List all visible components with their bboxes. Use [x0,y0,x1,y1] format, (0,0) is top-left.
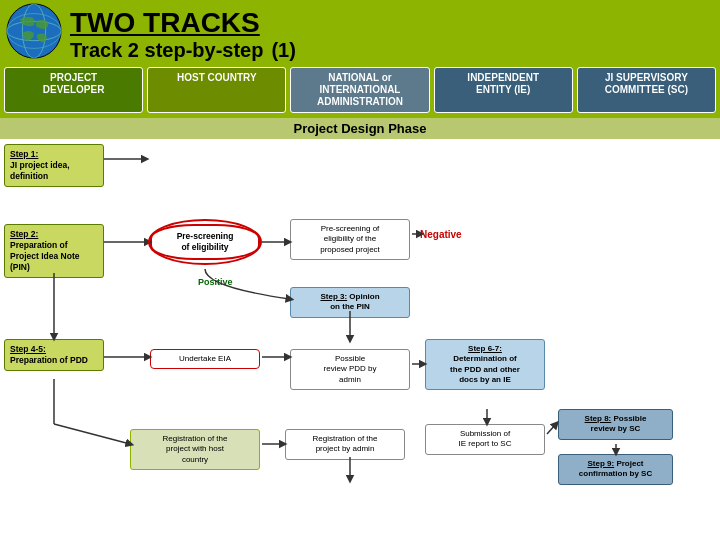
positive-label: Positive [198,277,233,287]
step2-box: Step 2: Preparation of Project Idea Note… [4,224,104,278]
possible-review-pdd-box: Possiblereview PDD byadmin [290,349,410,390]
submission-ie-text: Submission ofIE report to SC [459,429,512,448]
step67-label: Step 6-7: [468,344,502,353]
svg-line-18 [547,424,556,434]
step2-label: Step 2: [10,229,38,239]
pre-screening-proposed-text: Pre-screening ofeligibility of thepropos… [320,224,380,254]
pre-screening-proposed-box: Pre-screening ofeligibility of thepropos… [290,219,410,260]
step2-desc: Preparation of Project Idea Note (PIN) [10,240,79,272]
step9-box: Step 9: Projectconfirmation by SC [558,454,673,485]
step3-label: Step 3: [320,292,347,301]
pre-screening-label: Pre-screeningof eligibility [177,231,234,252]
step45-label: Step 4-5: [10,344,46,354]
page-subtitle-num: (1) [271,39,295,61]
step67-desc: Determination ofthe PDD and otherdocs by… [450,354,520,384]
step8-label: Step 8: [585,414,612,423]
page-title: TWO TRACKS [70,8,708,39]
step9-label: Step 9: [587,459,614,468]
step45-desc: Preparation of PDD [10,355,88,365]
header: TWO TRACKS Track 2 step-by-step (1) [0,0,720,67]
main-container: TWO TRACKS Track 2 step-by-step (1) PROJ… [0,0,720,540]
page-subtitle: Track 2 step-by-step [70,39,263,61]
step1-label: Step 1: [10,149,38,159]
svg-point-0 [7,4,61,58]
col-national-admin: NATIONAL orINTERNATIONALADMINISTRATION [290,67,429,113]
undertake-eia-box: Undertake EIA [150,349,260,369]
flow-area: Step 1: JI project idea, definition Step… [0,139,720,499]
submission-ie-box: Submission ofIE report to SC [425,424,545,455]
col-ji-supervisory: JI SUPERVISORYCOMMITTEE (SC) [577,67,716,113]
col-host-country: HOST COUNTRY [147,67,286,113]
registration-admin-box: Registration of theproject by admin [285,429,405,460]
registration-host-box: Registration of theproject with hostcoun… [130,429,260,470]
step1-desc: JI project idea, definition [10,160,70,181]
col-independent-entity: INDEPENDENTENTITY (IE) [434,67,573,113]
registration-admin-text: Registration of theproject by admin [313,434,378,453]
column-headers: PROJECTDEVELOPER HOST COUNTRY NATIONAL o… [0,67,720,117]
globe-icon [5,2,63,60]
phase-banner: Project Design Phase [0,117,720,139]
step3-box: Step 3: Opinionon the PIN [290,287,410,318]
registration-host-text: Registration of theproject with hostcoun… [163,434,228,464]
svg-line-14 [54,424,130,444]
col-project-developer: PROJECTDEVELOPER [4,67,143,113]
undertake-eia-text: Undertake EIA [179,354,231,363]
pre-screening-oval: Pre-screeningof eligibility [150,224,260,260]
step1-box: Step 1: JI project idea, definition [4,144,104,187]
possible-review-pdd-text: Possiblereview PDD byadmin [324,354,377,384]
step67-box: Step 6-7: Determination ofthe PDD and ot… [425,339,545,391]
step45-box: Step 4-5: Preparation of PDD [4,339,104,371]
negative-label: Negative [420,229,462,240]
step8-box: Step 8: Possiblereview by SC [558,409,673,440]
